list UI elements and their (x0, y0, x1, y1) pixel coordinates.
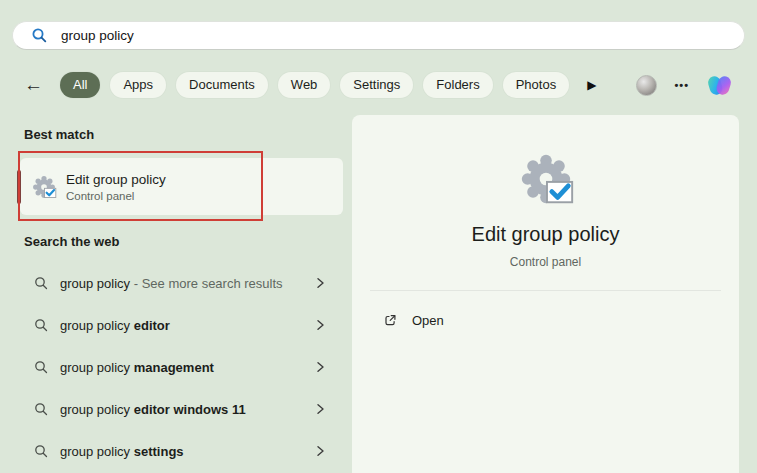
preview-panel: Edit group policy Control panel Open (352, 115, 739, 473)
gear-check-icon (30, 173, 58, 201)
gear-check-icon (515, 148, 577, 210)
suggestion-text: group policy (60, 276, 130, 291)
results-column: Best match Edit group policy Control pan… (0, 115, 352, 473)
search-icon (34, 276, 48, 290)
best-match-item[interactable]: Edit group policy Control panel (20, 158, 343, 215)
preview-subtitle: Control panel (352, 255, 739, 269)
suggestion-text: group policy (60, 444, 130, 459)
copilot-icon[interactable] (706, 72, 733, 99)
web-suggestions-list: group policy - See more search results g… (20, 268, 332, 473)
filter-tabs-row: ← All Apps Documents Web Settings Folder… (0, 70, 757, 100)
chevron-right-icon[interactable] (314, 445, 326, 457)
web-suggestion-row[interactable]: group policy - See more search results (20, 268, 332, 298)
best-match-subtitle: Control panel (66, 190, 166, 202)
web-suggestion-row[interactable]: group policy management (20, 352, 332, 382)
suggestion-text: group policy (60, 318, 130, 333)
open-external-icon (382, 312, 398, 328)
web-suggestion-row[interactable]: group policy editor windows 11 (20, 394, 332, 424)
suggestion-text: group policy (60, 402, 130, 417)
search-input[interactable] (61, 28, 744, 43)
suggestion-bold: editor windows 11 (130, 402, 246, 417)
tab-all[interactable]: All (60, 72, 100, 98)
tab-documents[interactable]: Documents (176, 72, 268, 98)
divider (370, 290, 721, 291)
preview-title: Edit group policy (352, 223, 739, 246)
suggestion-bold: editor (130, 318, 170, 333)
suggestion-bold: management (130, 360, 214, 375)
tab-folders[interactable]: Folders (423, 72, 492, 98)
back-arrow-icon[interactable]: ← (24, 70, 48, 100)
suggestion-suffix: - See more search results (130, 276, 282, 291)
search-icon (31, 27, 48, 44)
user-avatar[interactable] (636, 75, 657, 96)
selection-indicator-bar (17, 170, 21, 204)
search-icon (34, 360, 48, 374)
more-filters-icon[interactable]: ▶ (587, 78, 596, 92)
best-match-title: Edit group policy (66, 172, 166, 187)
tab-web[interactable]: Web (278, 72, 331, 98)
tab-photos[interactable]: Photos (503, 72, 569, 98)
chevron-right-icon[interactable] (314, 277, 326, 289)
web-suggestion-row[interactable]: group policy editor (20, 310, 332, 340)
search-icon (34, 318, 48, 332)
best-match-header: Best match (24, 127, 94, 142)
suggestion-text: group policy (60, 360, 130, 375)
web-suggestion-row[interactable]: group policy settings (20, 436, 332, 466)
ellipsis-menu-icon[interactable]: ••• (674, 79, 689, 91)
open-action[interactable]: Open (362, 303, 729, 337)
suggestion-bold: settings (130, 444, 183, 459)
search-the-web-header: Search the web (24, 234, 119, 249)
tab-apps[interactable]: Apps (110, 72, 166, 98)
chevron-right-icon[interactable] (314, 403, 326, 415)
search-bar[interactable] (12, 21, 745, 50)
chevron-right-icon[interactable] (314, 319, 326, 331)
chevron-right-icon[interactable] (314, 361, 326, 373)
search-icon (34, 444, 48, 458)
tab-settings[interactable]: Settings (340, 72, 413, 98)
search-icon (34, 402, 48, 416)
open-label: Open (412, 313, 444, 328)
